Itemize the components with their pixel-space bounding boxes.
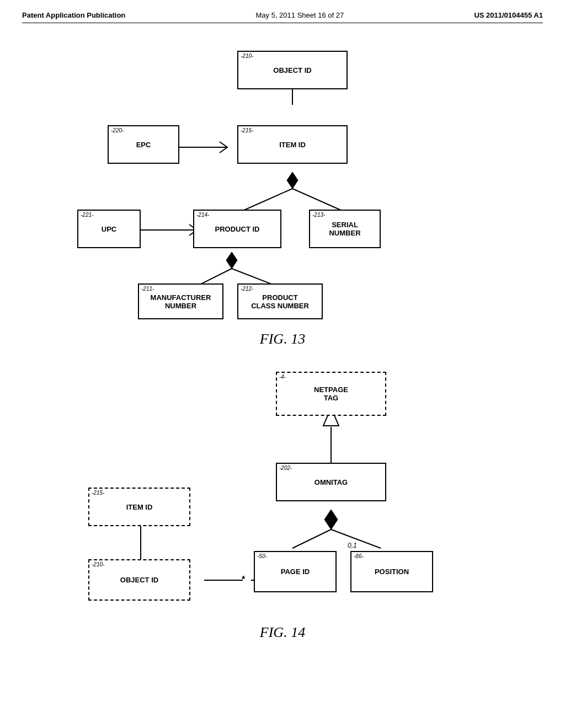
product-class-number-box: -212- PRODUCT CLASS NUMBER <box>237 283 323 319</box>
header-left: Patent Application Publication <box>22 11 125 19</box>
product-id-label: PRODUCT ID <box>215 225 260 233</box>
page-header: Patent Application Publication May 5, 20… <box>22 11 543 23</box>
netpage-ref: -4- <box>279 374 286 380</box>
page-id-label: PAGE ID <box>281 568 310 576</box>
fig13-label: FIG. 13 <box>22 331 543 347</box>
manufacturer-ref: -211- <box>141 286 154 292</box>
item-id-14-box: -215- ITEM ID <box>88 488 190 526</box>
fig14-diagram: -4- NETPAGE TAG -202- OMNITAG -215- ITEM… <box>22 355 543 620</box>
position-label: POSITION <box>375 568 409 576</box>
upc-box: -221- UPC <box>77 210 141 248</box>
svg-line-4 <box>243 189 292 211</box>
position-box: -86- POSITION <box>350 551 433 592</box>
svg-marker-3 <box>287 172 298 189</box>
svg-marker-8 <box>226 252 237 269</box>
omnitag-label: OMNITAG <box>315 478 348 486</box>
product-id-ref: -214- <box>196 212 209 218</box>
svg-line-5 <box>292 189 342 211</box>
multiplicity-star: * <box>242 575 245 585</box>
netpage-tag-box: -4- NETPAGE TAG <box>276 372 386 416</box>
manufacturer-label: MANUFACTURER NUMBER <box>151 293 211 310</box>
svg-marker-13 <box>324 510 338 529</box>
serial-ref: -213- <box>312 212 325 218</box>
object-id-box: -210- OBJECT ID <box>237 51 348 89</box>
page-id-ref: -50- <box>257 553 267 559</box>
item-id-label: ITEM ID <box>279 141 306 149</box>
upc-label: UPC <box>102 225 116 233</box>
object-id-14-ref: -210- <box>92 561 104 568</box>
object-id-14-label: OBJECT ID <box>120 576 158 584</box>
fig13-diagram: -210- OBJECT ID -215- ITEM ID -220- EPC … <box>22 29 543 326</box>
epc-label: EPC <box>136 141 151 149</box>
item-id-box: -215- ITEM ID <box>237 125 348 164</box>
item-id-ref: -215- <box>241 127 253 133</box>
position-ref: -86- <box>354 553 364 559</box>
multiplicity-range: 0,1 <box>348 542 357 549</box>
omnitag-box: -202- OMNITAG <box>276 463 386 501</box>
epc-box: -220- EPC <box>108 125 179 164</box>
header-right: US 2011/0104455 A1 <box>474 11 543 19</box>
upc-ref: -221- <box>81 212 93 218</box>
object-id-label: OBJECT ID <box>273 66 311 74</box>
product-id-box: -214- PRODUCT ID <box>193 210 281 248</box>
object-id-ref: -210- <box>241 53 253 59</box>
product-class-ref: -212- <box>241 286 253 292</box>
page: Patent Application Publication May 5, 20… <box>0 0 565 728</box>
serial-number-box: -213- SERIAL NUMBER <box>309 210 381 248</box>
svg-line-14 <box>292 529 331 548</box>
object-id-14-box: -210- OBJECT ID <box>88 559 190 601</box>
epc-ref: -220- <box>111 127 124 133</box>
fig14-label: FIG. 14 <box>22 624 543 641</box>
omnitag-ref: -202- <box>279 465 292 471</box>
page-id-box: -50- PAGE ID <box>254 551 337 592</box>
serial-label: SERIAL NUMBER <box>329 221 360 237</box>
header-center: May 5, 2011 Sheet 16 of 27 <box>256 11 344 19</box>
item-id-14-ref: -215- <box>92 490 104 496</box>
item-id-14-label: ITEM ID <box>126 503 153 511</box>
manufacturer-number-box: -211- MANUFACTURER NUMBER <box>138 283 223 319</box>
netpage-label: NETPAGE TAG <box>314 386 348 402</box>
product-class-label: PRODUCT CLASS NUMBER <box>251 293 309 310</box>
